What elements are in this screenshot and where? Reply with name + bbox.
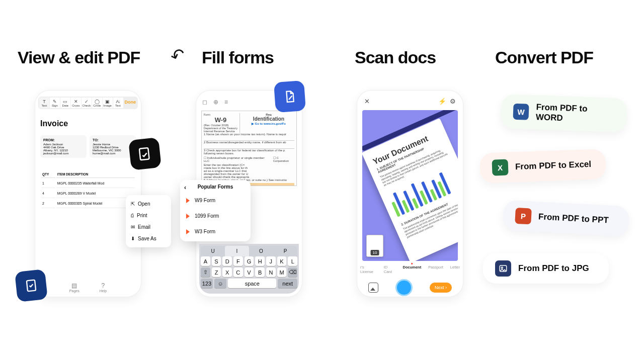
mail-icon: ✉ <box>131 224 135 230</box>
form-item-w3[interactable]: W3 Form <box>180 224 251 239</box>
list-icon[interactable]: ≡ <box>224 99 228 106</box>
form-item-1099[interactable]: 1099 Form <box>180 208 251 224</box>
table-row: 4MGPL 0000289 V Model <box>41 189 135 198</box>
download-icon: ⬇ <box>131 236 135 241</box>
headline-scan: Scan docs <box>355 48 480 67</box>
check-chip-icon <box>15 269 48 302</box>
pill-word[interactable]: W From PDF to WORD <box>501 94 627 133</box>
footer-pages[interactable]: ▤Pages <box>69 282 79 293</box>
table-row: 1MGPL 0000235 Waterfall Mod <box>41 179 135 188</box>
tool-text[interactable]: TText <box>39 98 49 108</box>
menu-open[interactable]: ⇱Open <box>126 198 171 210</box>
ppt-icon: P <box>515 208 532 225</box>
tab-idcard[interactable]: ID Card <box>384 265 396 274</box>
shutter-button[interactable] <box>395 279 413 296</box>
pdf-icon <box>186 229 190 234</box>
backspace-key[interactable]: ⌫ <box>288 267 297 277</box>
form-item-w9[interactable]: W9 Form <box>180 193 251 208</box>
headline-view-edit: View & edit PDF <box>18 48 158 67</box>
pill-ppt[interactable]: P From PDF to PPT <box>503 200 630 237</box>
invoice-table: QTYITEM DESCRIPTION 1MGPL 0000235 Waterf… <box>40 170 136 209</box>
phone-scanner: ✕ ⚡ ⚙ Your Document 1. SUBJECT OF THE PA… <box>357 90 463 297</box>
back-icon[interactable]: ◻ <box>202 99 207 106</box>
headline-convert: Convert PDF <box>495 48 634 67</box>
actions-popover: ⇱Open ⎙Print ✉Email ⬇Save As <box>126 195 171 247</box>
scan-next-button[interactable]: Next › <box>430 283 452 293</box>
table-row: 2MGPL 0000305 Spiral Model <box>41 199 135 208</box>
pill-label: From PDF to WORD <box>536 102 615 125</box>
keyboard[interactable]: UIOP ASDFGHJKL ⇧ ZXCVBNM ⌫ 123 ☺ space n… <box>199 244 299 294</box>
add-icon[interactable]: ⊕ <box>213 99 218 106</box>
tool-check[interactable]: ✓Check <box>82 98 92 108</box>
tool-cross[interactable]: ✕Cross <box>71 98 81 108</box>
pill-label: From PDF to PPT <box>538 212 609 225</box>
done-button[interactable]: Done <box>124 98 137 108</box>
tool-circle[interactable]: ◯Circle <box>92 98 102 108</box>
close-icon[interactable]: ✕ <box>364 98 370 105</box>
footer-help[interactable]: ?Help <box>100 282 107 293</box>
pill-label: From PDF to JPG <box>518 263 589 274</box>
popular-forms-popover: ‹Popular Forms W9 Form 1099 Form W3 Form <box>180 180 251 241</box>
pdf-icon <box>186 198 190 203</box>
invoice-title: Invoice <box>40 119 136 128</box>
word-icon: W <box>513 104 529 120</box>
pill-label: From PDF to Excel <box>515 159 592 172</box>
print-icon: ⎙ <box>131 213 134 218</box>
popular-forms-title: Popular Forms <box>198 184 233 190</box>
curly-arrow-icon: ↶ <box>168 45 187 66</box>
form-chip-icon <box>274 80 306 113</box>
from-box: FROM: Adam Jackson 4490 Oak Drive Albany… <box>40 135 87 158</box>
tool-image[interactable]: ▣Image <box>103 98 113 108</box>
tab-license[interactable]: r's License <box>360 265 377 274</box>
tool-sign[interactable]: ✎Sign <box>50 98 60 108</box>
numbers-key[interactable]: 123 <box>201 279 213 288</box>
tab-document[interactable]: Document <box>403 265 422 274</box>
back-chevron-icon[interactable]: ‹ <box>184 184 186 191</box>
image-icon <box>495 260 511 277</box>
tab-passport[interactable]: Passport <box>428 265 443 274</box>
svg-point-3 <box>501 267 503 268</box>
camera-viewport: Your Document 1. SUBJECT OF THE PARTNERS… <box>362 110 458 261</box>
tool-text2[interactable]: AᵢText <box>113 98 123 108</box>
flash-icon[interactable]: ⚡ <box>438 98 446 105</box>
phone-invoice: TText ✎Sign ▭Date ✕Cross ✓Check ◯Circle … <box>35 90 141 297</box>
open-icon: ⇱ <box>131 201 135 207</box>
space-key[interactable]: space <box>228 279 276 288</box>
settings-icon[interactable]: ⚙ <box>450 98 456 105</box>
menu-print[interactable]: ⎙Print <box>126 210 171 221</box>
menu-saveas[interactable]: ⬇Save As <box>126 233 171 244</box>
shift-key[interactable]: ⇧ <box>201 267 210 277</box>
pill-excel[interactable]: X From PDF to Excel <box>479 149 606 184</box>
gallery-icon[interactable] <box>368 283 378 293</box>
menu-email[interactable]: ✉Email <box>126 221 171 233</box>
scan-thumbnail[interactable]: 10 <box>366 235 383 257</box>
emoji-key[interactable]: ☺ <box>214 279 226 288</box>
phone-forms: ◻ ⊕ ≡ ▬ Form W-9 (Rev. October 2018) Dep… <box>196 90 302 297</box>
next-key[interactable]: next <box>278 279 297 288</box>
edit-toolbar: TText ✎Sign ▭Date ✕Cross ✓Check ◯Circle … <box>38 97 138 109</box>
edit-chip-icon <box>128 137 162 170</box>
w9-document[interactable]: Form W-9 (Rev. October 2018) Department … <box>201 111 297 186</box>
tool-date[interactable]: ▭Date <box>60 98 70 108</box>
excel-icon: X <box>492 159 509 176</box>
pill-jpg[interactable]: From PDF to JPG <box>483 253 609 284</box>
tab-letter[interactable]: Letter <box>450 265 460 274</box>
headline-fill-forms: Fill forms <box>202 48 319 67</box>
pdf-icon <box>186 214 190 219</box>
scan-type-tabs: r's License ID Card Document Passport Le… <box>360 265 460 274</box>
svg-rect-0 <box>139 148 149 160</box>
pages-icon: ▤ <box>69 282 79 289</box>
help-icon: ? <box>100 282 107 289</box>
